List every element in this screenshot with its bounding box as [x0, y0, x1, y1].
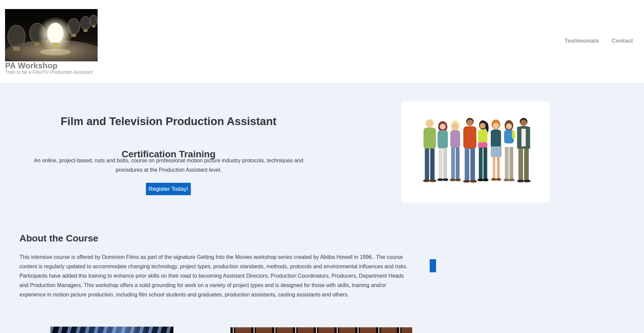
site-title[interactable]: PA Workshop [5, 61, 57, 70]
main-nav: Testimonials Contact [565, 38, 633, 44]
site-header: PA Workshop Train to be a Film/TV Produc… [0, 0, 644, 83]
film-equipment-photo [230, 327, 412, 333]
nav-link-testimonials[interactable]: Testimonials [565, 38, 599, 44]
nav-link-contact[interactable]: Contact [612, 38, 633, 44]
lightbulbs-logo-icon [5, 9, 98, 61]
site-logo[interactable] [5, 9, 98, 61]
register-button[interactable]: Register Today! [146, 183, 191, 195]
keyboard-photo [50, 327, 173, 333]
hero-title: Film and Television Production Assistant [20, 114, 317, 129]
side-widget-button[interactable] [430, 259, 436, 272]
about-body-text: This intensive course is offered by Domi… [19, 253, 409, 299]
hero-description: An online, project-based, nuts and bolts… [33, 156, 305, 175]
about-heading: About the Course [19, 233, 98, 244]
page: PA Workshop Train to be a Film/TV Produc… [0, 0, 644, 333]
site-tagline: Train to be a Film/TV Production Assista… [5, 69, 93, 75]
hero-image-card [401, 102, 549, 202]
